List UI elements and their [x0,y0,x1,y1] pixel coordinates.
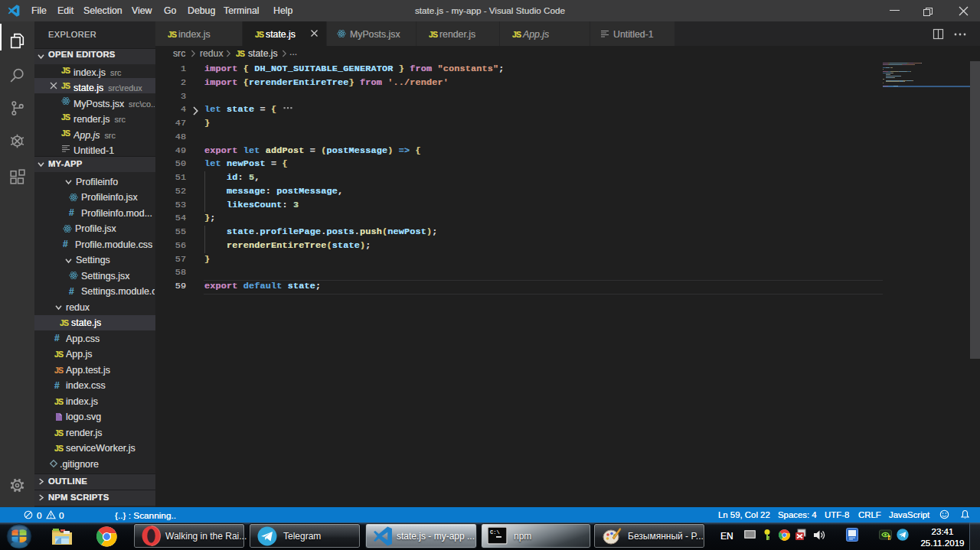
svg-text:!: ! [888,536,890,541]
svg-text:C:\: C:\ [490,529,500,535]
